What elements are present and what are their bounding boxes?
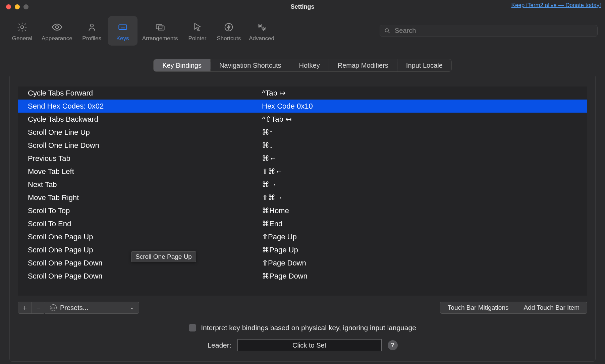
leader-row: Leader: Click to Set ?	[10, 339, 595, 351]
add-touch-bar-item-button[interactable]: Add Touch Bar Item	[516, 302, 587, 314]
person-icon	[86, 21, 98, 33]
binding-shortcut: ⌘→	[262, 180, 587, 189]
close-window-button[interactable]	[6, 4, 11, 9]
binding-shortcut: Hex Code 0x10	[262, 102, 587, 111]
svg-rect-10	[156, 24, 162, 29]
binding-shortcut: ⇧Page Down	[262, 259, 587, 267]
toolbar-tab-keys[interactable]: Keys	[108, 16, 138, 46]
search-input[interactable]	[394, 26, 593, 35]
toolbar-tab-shortcuts[interactable]: Shortcuts	[213, 16, 244, 46]
subtab-remap-modifiers[interactable]: Remap Modifiers	[329, 59, 397, 71]
binding-shortcut: ⌘Home	[262, 206, 587, 215]
physical-key-label: Interpret key bindings based on physical…	[201, 324, 416, 332]
binding-action: Scroll One Page Up	[28, 233, 262, 241]
minimize-window-button[interactable]	[15, 4, 20, 9]
traffic-lights	[0, 4, 29, 9]
binding-row[interactable]: Scroll To End⌘End	[18, 217, 587, 230]
svg-rect-11	[158, 26, 164, 30]
binding-row[interactable]: Scroll One Line Up⌘↑	[18, 126, 587, 139]
binding-shortcut: ⌘End	[262, 220, 587, 228]
svg-line-16	[388, 32, 390, 33]
subtab-segmented: Key BindingsNavigation ShortcutsHotkeyRe…	[153, 59, 452, 72]
subtab-hotkey[interactable]: Hotkey	[290, 59, 328, 71]
svg-point-1	[56, 25, 59, 28]
toolbar-tab-label: Appearance	[42, 35, 72, 42]
keyboard-icon	[117, 21, 129, 33]
toolbar-tab-label: Shortcuts	[217, 35, 241, 42]
binding-row[interactable]: Cycle Tabs Forward^Tab ↦	[18, 86, 587, 100]
svg-point-13	[259, 25, 261, 26]
binding-action: Cycle Tabs Forward	[28, 89, 262, 98]
binding-shortcut: ⌘Page Up	[262, 246, 587, 254]
add-binding-button[interactable]: ＋	[18, 302, 32, 313]
binding-shortcut: ⌘↓	[262, 141, 587, 150]
touch-bar-mitigations-button[interactable]: Touch Bar Mitigations	[440, 302, 516, 314]
zoom-window-button[interactable]	[23, 4, 29, 9]
binding-action: Scroll One Page Down	[28, 272, 262, 281]
toolbar: GeneralAppearanceProfilesKeysArrangement…	[0, 13, 605, 50]
key-bindings-list[interactable]: Cycle Tabs Forward^Tab ↦Send Hex Codes: …	[18, 86, 587, 296]
binding-shortcut: ^Tab ↦	[262, 89, 587, 98]
binding-action: Scroll One Line Up	[28, 128, 262, 137]
binding-row[interactable]: Scroll One Page Up⇧Page Up	[18, 230, 587, 243]
binding-shortcut: ⌘←	[262, 154, 587, 163]
donate-link[interactable]: Keep iTerm2 alive — Donate today!	[511, 2, 601, 9]
subtab-navigation-shortcuts[interactable]: Navigation Shortcuts	[210, 59, 290, 71]
binding-row[interactable]: Previous Tab⌘←	[18, 152, 587, 165]
leader-set-button[interactable]: Click to Set	[237, 339, 382, 351]
toolbar-tab-profiles[interactable]: Profiles	[77, 16, 107, 46]
binding-row[interactable]: Send Hex Codes: 0x02Hex Code 0x10	[18, 100, 587, 113]
minus-icon: －	[35, 303, 42, 313]
svg-rect-3	[119, 25, 126, 29]
windows-icon	[154, 21, 166, 33]
binding-shortcut: ⇧Page Up	[262, 233, 587, 241]
search-field[interactable]	[380, 25, 598, 37]
toolbar-tab-general[interactable]: General	[7, 16, 37, 46]
physical-key-checkbox[interactable]	[189, 324, 196, 331]
presets-dropdown[interactable]: ⋯ Presets... ⌄	[45, 302, 139, 314]
binding-shortcut: ⌘Page Down	[262, 272, 587, 281]
search-icon	[384, 27, 391, 34]
binding-shortcut: ⇧⌘→	[262, 193, 587, 202]
binding-action: Send Hex Codes: 0x02	[28, 102, 262, 111]
svg-point-15	[385, 28, 388, 32]
toolbar-tab-arrangements[interactable]: Arrangements	[139, 16, 181, 46]
list-controls: ＋ － ⋯ Presets... ⌄ Touch Bar Mitigations…	[18, 302, 587, 314]
binding-row[interactable]: Next Tab⌘→	[18, 178, 587, 191]
ellipsis-circle-icon: ⋯	[50, 304, 57, 311]
toolbar-tab-pointer[interactable]: Pointer	[182, 16, 212, 46]
subtab-row: Key BindingsNavigation ShortcutsHotkeyRe…	[0, 50, 605, 72]
plus-icon: ＋	[21, 303, 29, 313]
svg-point-0	[21, 25, 24, 28]
binding-row[interactable]: Scroll One Page Up⌘Page Up	[18, 243, 587, 256]
toolbar-tab-label: Advanced	[249, 35, 274, 42]
toolbar-tab-label: Arrangements	[142, 35, 178, 42]
toolbar-tab-label: General	[12, 35, 32, 42]
svg-point-2	[90, 24, 93, 27]
toolbar-tab-appearance[interactable]: Appearance	[38, 16, 76, 46]
binding-action: Move Tab Left	[28, 167, 262, 176]
key-bindings-panel: Cycle Tabs Forward^Tab ↦Send Hex Codes: …	[9, 76, 596, 362]
remove-binding-button[interactable]: －	[32, 302, 45, 313]
presets-label: Presets...	[60, 304, 88, 312]
toolbar-tab-advanced[interactable]: Advanced	[245, 16, 278, 46]
binding-row[interactable]: Scroll To Top⌘Home	[18, 204, 587, 217]
binding-action: Previous Tab	[28, 154, 262, 163]
help-button[interactable]: ?	[388, 340, 398, 350]
binding-row[interactable]: Move Tab Right⇧⌘→	[18, 191, 587, 204]
binding-row[interactable]: Scroll One Page Down⌘Page Down	[18, 269, 587, 283]
subtab-input-locale[interactable]: Input Locale	[397, 59, 451, 71]
binding-shortcut: ⌘↑	[262, 128, 587, 137]
binding-shortcut: ⇧⌘←	[262, 167, 587, 176]
binding-row[interactable]: Move Tab Left⇧⌘←	[18, 165, 587, 178]
binding-action: Scroll One Line Down	[28, 141, 262, 150]
binding-row[interactable]: Scroll One Page Down⇧Page Down	[18, 256, 587, 269]
binding-action: Next Tab	[28, 180, 262, 189]
tooltip: Scroll One Page Up	[131, 251, 196, 262]
subtab-key-bindings[interactable]: Key Bindings	[154, 59, 210, 71]
chevron-down-icon: ⌄	[130, 305, 134, 310]
binding-row[interactable]: Cycle Tabs Backward^⇧Tab ↤	[18, 113, 587, 126]
svg-point-14	[263, 28, 265, 29]
binding-action: Scroll To End	[28, 220, 262, 228]
binding-row[interactable]: Scroll One Line Down⌘↓	[18, 139, 587, 152]
